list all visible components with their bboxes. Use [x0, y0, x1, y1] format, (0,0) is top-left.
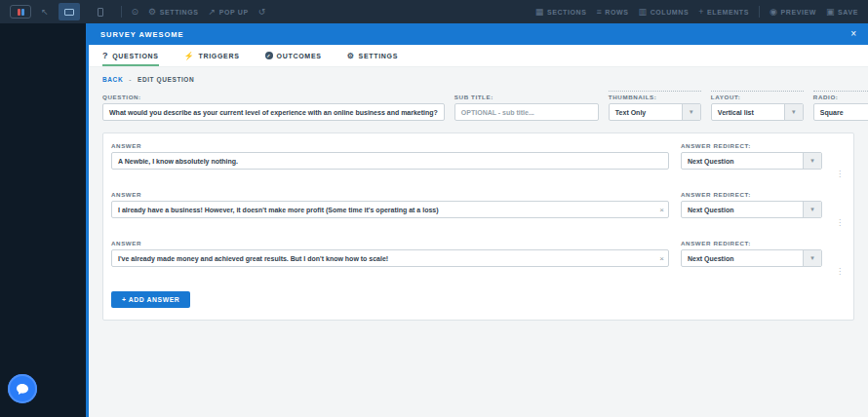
undo-icon[interactable]: ↺ [258, 8, 266, 17]
survey-modal: SURVEY AWESOME × ? QUESTIONS ⚡ TRIGGERS … [86, 23, 868, 417]
question-input[interactable]: What would you describe as your current … [102, 103, 445, 121]
layout-label: LAYOUT: [711, 94, 804, 100]
add-answer-button[interactable]: + ADD ANSWER [111, 291, 190, 308]
answer-label: ANSWER [111, 142, 669, 149]
tab-settings-label: SETTINGS [359, 53, 399, 59]
columns-button[interactable]: ▥ COLUMNS [639, 8, 690, 17]
logo-mark-blue [21, 9, 24, 16]
answer-label: ANSWER [111, 240, 669, 246]
close-icon[interactable]: × [850, 29, 856, 39]
answer-field: ANSWER A Newbie, I know absolutely nothi… [111, 142, 669, 182]
logo-mark-red [18, 9, 20, 16]
answer-input-wrap: I've already made money and achieved gre… [111, 249, 669, 267]
chevron-down-icon: ▾ [803, 250, 821, 266]
radio-label: RADIO: [813, 94, 868, 100]
back-link[interactable]: BACK [102, 76, 123, 83]
monitor-icon [64, 9, 74, 16]
remove-answer-icon[interactable]: × [659, 249, 664, 267]
answer-redirect-label: ANSWER REDIRECT: [681, 191, 822, 198]
preview-eye-icon: ◉ [769, 8, 777, 17]
columns-icon: ▥ [639, 8, 648, 17]
answer-redirect-select[interactable]: Next Question ▾ [681, 201, 822, 218]
question-field: QUESTION: What would you describe as you… [102, 94, 445, 121]
visibility-icon[interactable]: ⊙ [132, 8, 139, 17]
left-sidebar [0, 23, 86, 417]
tab-outcomes-label: OUTCOMES [277, 53, 322, 59]
layout-field: LAYOUT: Vertical list ▾ [711, 91, 804, 121]
question-label: QUESTION: [102, 94, 445, 100]
settings-button[interactable]: ⚙ SETTINGS [148, 8, 198, 17]
rows-icon: ≡ [596, 8, 602, 17]
breadcrumb: BACK - EDIT QUESTION [89, 67, 868, 90]
answer-input[interactable]: I've already made money and achieved gre… [111, 249, 669, 267]
answer-input[interactable]: I already have a business! However, it d… [111, 201, 669, 218]
chevron-down-icon: ▾ [682, 104, 700, 120]
sections-label: SECTIONS [547, 9, 587, 16]
answer-input-wrap: A Newbie, I know absolutely nothing. [111, 152, 669, 170]
radio-field: RADIO: Square ▾ [813, 91, 868, 121]
chevron-down-icon: ▾ [803, 202, 821, 217]
chat-bubble-icon [16, 383, 29, 396]
chevron-down-icon: ▾ [784, 104, 803, 120]
tab-triggers-label: TRIGGERS [198, 53, 239, 59]
layout-value: Vertical list [712, 104, 784, 120]
save-button[interactable]: ▣ SAVE [826, 8, 858, 17]
tab-settings[interactable]: ⚙ SETTINGS [347, 45, 398, 66]
thumbnails-field: THUMBNAILS: Text Only ▾ [609, 91, 701, 121]
tab-questions-label: QUESTIONS [112, 53, 159, 59]
tab-questions[interactable]: ? QUESTIONS [102, 45, 159, 66]
answer-row: ANSWER A Newbie, I know absolutely nothi… [111, 142, 846, 182]
rows-label: ROWS [605, 9, 628, 16]
answer-input[interactable]: A Newbie, I know absolutely nothing. [111, 152, 669, 170]
answer-redirect-value: Next Question [682, 250, 803, 266]
answer-row: ANSWER I already have a business! Howeve… [111, 191, 846, 231]
remove-answer-icon[interactable]: × [659, 201, 664, 218]
tab-outcomes[interactable]: ✓ OUTCOMES [265, 45, 322, 66]
check-circle-icon: ✓ [265, 52, 273, 59]
modal-tabs: ? QUESTIONS ⚡ TRIGGERS ✓ OUTCOMES ⚙ SETT… [89, 45, 868, 67]
sections-button[interactable]: ▦ SECTIONS [535, 8, 587, 17]
answer-redirect-label: ANSWER REDIRECT: [681, 142, 822, 149]
gear-icon: ⚙ [148, 8, 157, 17]
thumbnails-select[interactable]: Text Only ▾ [609, 103, 701, 121]
radio-select[interactable]: Square ▾ [813, 103, 868, 121]
settings-label: SETTINGS [160, 9, 199, 16]
chat-widget-button[interactable] [8, 374, 37, 403]
answer-field: ANSWER I've already made money and achie… [111, 240, 669, 280]
thumbnails-value: Text Only [610, 104, 682, 120]
save-label: SAVE [838, 9, 858, 16]
mobile-view-button[interactable] [90, 3, 111, 20]
desktop-view-button[interactable] [59, 3, 80, 20]
thumbnails-label: THUMBNAILS: [609, 94, 701, 100]
answer-redirect-field: ANSWER REDIRECT: Next Question ▾ [681, 240, 822, 280]
top-toolbar: ↖ ⊙ ⚙ SETTINGS ↗ POP UP ↺ ▦ SECTIONS ≡ R… [0, 0, 868, 23]
preview-button[interactable]: ◉ PREVIEW [769, 8, 816, 17]
modal-header: SURVEY AWESOME × [89, 23, 868, 45]
modal-title: SURVEY AWESOME [100, 30, 184, 39]
subtitle-label: SUB TITLE: [454, 94, 599, 100]
lightning-icon: ⚡ [184, 52, 195, 60]
answer-redirect-value: Next Question [682, 153, 803, 169]
rows-button[interactable]: ≡ ROWS [596, 8, 628, 17]
drag-handle-icon[interactable]: ⋮ [834, 201, 846, 231]
subtitle-input[interactable]: OPTIONAL - sub title... [454, 103, 599, 121]
layout-select[interactable]: Vertical list ▾ [711, 103, 804, 121]
pointer-icon[interactable]: ↖ [41, 8, 49, 17]
toolbar-divider [121, 6, 122, 18]
tab-triggers[interactable]: ⚡ TRIGGERS [184, 45, 240, 66]
gear-icon: ⚙ [347, 52, 355, 60]
sections-icon: ▦ [535, 8, 544, 17]
elements-icon: + [698, 8, 704, 17]
answer-redirect-field: ANSWER REDIRECT: Next Question ▾ [681, 142, 822, 182]
drag-handle-icon[interactable]: ⋮ [834, 249, 846, 280]
drag-handle-icon[interactable]: ⋮ [834, 152, 846, 182]
elements-button[interactable]: + ELEMENTS [698, 8, 749, 17]
answer-redirect-select[interactable]: Next Question ▾ [681, 249, 822, 267]
answer-redirect-select[interactable]: Next Question ▾ [681, 152, 822, 170]
answer-redirect-label: ANSWER REDIRECT: [681, 240, 822, 246]
popup-button[interactable]: ↗ POP UP [209, 8, 249, 17]
chevron-down-icon: ▾ [803, 153, 821, 169]
phone-icon [98, 8, 103, 17]
toolbar-divider [759, 6, 760, 18]
question-form-row: QUESTION: What would you describe as you… [89, 90, 868, 121]
